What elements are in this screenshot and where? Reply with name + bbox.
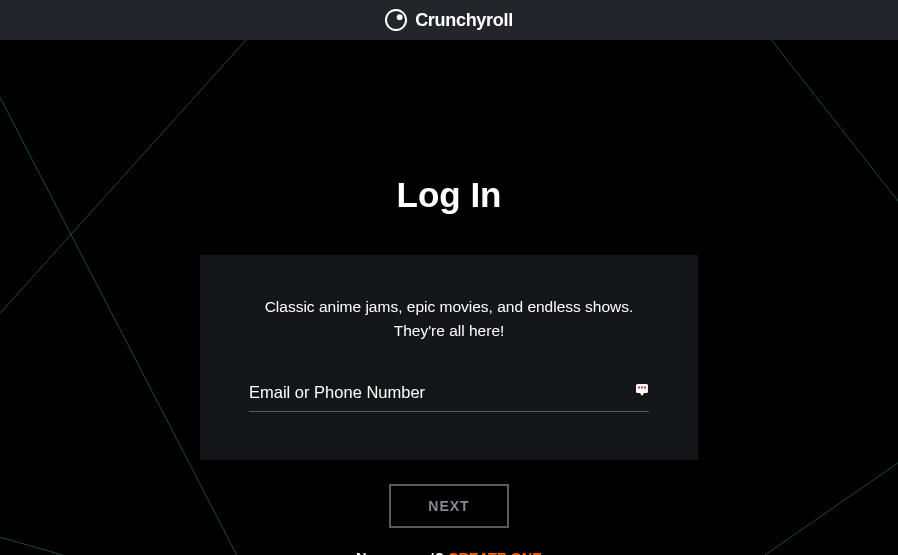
brand-name: Crunchyroll: [415, 10, 513, 31]
header-bar: Crunchyroll: [0, 0, 898, 40]
svg-point-0: [386, 10, 406, 30]
create-account-link[interactable]: CREATE ONE: [448, 550, 542, 555]
autofill-key-icon[interactable]: [635, 383, 649, 397]
main-content: Log In Classic anime jams, epic movies, …: [0, 40, 898, 555]
svg-rect-10: [644, 387, 646, 389]
signup-prompt: No account?: [356, 550, 448, 555]
next-button-label: NEXT: [428, 498, 469, 514]
email-field-wrap: Email or Phone Number: [249, 383, 649, 412]
svg-rect-9: [641, 387, 643, 389]
page-title: Log In: [397, 175, 502, 215]
crunchyroll-icon: [385, 9, 407, 31]
svg-rect-8: [638, 387, 640, 389]
email-input[interactable]: [249, 383, 649, 405]
tagline-line-1: Classic anime jams, epic movies, and end…: [265, 298, 634, 315]
tagline-line-2: They're all here!: [394, 322, 505, 339]
tagline: Classic anime jams, epic movies, and end…: [265, 295, 634, 343]
brand-logo[interactable]: Crunchyroll: [385, 9, 513, 31]
login-card: Classic anime jams, epic movies, and end…: [200, 255, 698, 460]
signup-row: No account? CREATE ONE: [356, 550, 542, 555]
next-button[interactable]: NEXT: [389, 484, 509, 528]
svg-point-1: [397, 14, 403, 20]
